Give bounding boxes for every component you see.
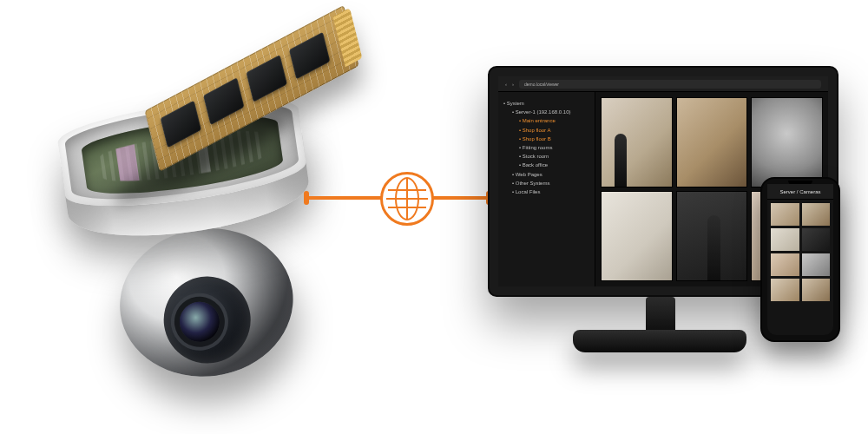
- monitor-stand-base: [573, 330, 746, 352]
- nand-chip: [203, 77, 244, 125]
- mobile-app-screen: Server / Cameras: [767, 184, 833, 335]
- chevron-left-icon[interactable]: ‹: [505, 82, 507, 87]
- tree-item[interactable]: • Stock room: [503, 152, 589, 161]
- mobile-phone: Server / Cameras: [760, 177, 840, 342]
- tree-item[interactable]: • Shop floor A: [503, 126, 589, 135]
- mobile-thumbnail[interactable]: [771, 253, 799, 276]
- tree-item[interactable]: • Fitting rooms: [503, 143, 589, 152]
- mobile-thumbnail[interactable]: [771, 203, 799, 226]
- connector-line-right: [434, 196, 488, 200]
- dome-camera-assembly: [30, 35, 352, 400]
- camera-tree-panel[interactable]: • System• Server-1 (192.168.0.10)• Main …: [498, 92, 595, 286]
- chevron-right-icon[interactable]: ›: [512, 82, 514, 87]
- tree-item[interactable]: • Server-1 (192.168.0.10): [503, 108, 589, 116]
- nand-chip: [161, 101, 201, 148]
- video-tile[interactable]: [676, 191, 748, 281]
- mobile-thumbnail[interactable]: [771, 279, 799, 301]
- video-tile[interactable]: [676, 97, 748, 187]
- tree-item[interactable]: • Other Systems: [503, 179, 589, 187]
- tree-item[interactable]: • System: [503, 99, 589, 108]
- tree-item[interactable]: • Local Files: [503, 187, 589, 196]
- tree-item[interactable]: • Web Pages: [503, 170, 589, 179]
- mobile-thumbnail[interactable]: [802, 279, 831, 301]
- video-tile[interactable]: [751, 97, 823, 187]
- browser-topbar: ‹ › demo.local/viewer: [498, 76, 828, 92]
- address-bar[interactable]: demo.local/viewer: [519, 80, 821, 89]
- tree-item[interactable]: • Main entrance: [503, 116, 589, 125]
- video-tile[interactable]: [601, 97, 673, 187]
- mobile-thumbnail[interactable]: [771, 228, 799, 251]
- tree-item[interactable]: • Back office: [503, 161, 589, 169]
- tree-item[interactable]: • Shop floor B: [503, 135, 589, 143]
- mobile-thumbnail-grid[interactable]: [767, 200, 833, 335]
- mobile-thumbnail[interactable]: [802, 203, 831, 226]
- globe-icon: [380, 172, 434, 226]
- nand-chip: [247, 55, 287, 102]
- mobile-thumbnail[interactable]: [802, 228, 831, 251]
- mobile-app-header: Server / Cameras: [767, 184, 833, 200]
- nand-chip: [289, 32, 330, 80]
- ssd-edge-connector: [332, 8, 362, 67]
- video-tile[interactable]: [601, 191, 673, 281]
- mobile-thumbnail[interactable]: [802, 253, 831, 276]
